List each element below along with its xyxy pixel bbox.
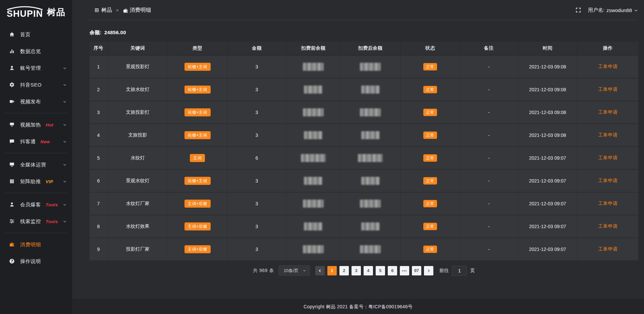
grid-icon [9,178,15,185]
cell-time: 2021-12-03 09:08 [518,101,578,123]
sidebar-divider [5,113,67,113]
page-size-select[interactable]: 10条/页 [279,265,310,276]
ticket-apply-link[interactable]: 工单申请 [598,178,618,183]
masked-balance-after [360,200,381,208]
cell-time: 2021-12-03 09:08 [518,124,578,146]
sidebar-item-tag: Tools [46,219,58,224]
cell-action: 工单申请 [577,124,638,146]
column-header: 时间 [518,42,578,55]
cell-index: 6 [90,170,108,192]
status-badge: 正常 [423,223,437,230]
cell-action: 工单申请 [577,215,638,238]
sidebar-nav: 首页数据总览账号管理抖音SEO视频发布视频加热Hot抖客通New全媒体运营矩阵助… [0,24,72,314]
goto-page-input[interactable] [452,266,467,276]
chevron-down-icon [63,100,67,104]
goto-label: 前往 [439,268,449,274]
status-badge: 正常 [423,63,437,70]
user-menu[interactable]: 用户名: zswodun88 [588,7,638,13]
user-icon [9,65,15,71]
chevron-down-icon [63,66,67,70]
sidebar-item-video-publish[interactable]: 视频发布 [0,93,72,110]
ticket-apply-link[interactable]: 工单申请 [598,132,618,138]
ticket-apply-link[interactable]: 工单申请 [598,223,618,229]
breadcrumb-item-shupin[interactable]: 树品 [94,7,112,14]
table-row: 2文旅水纹灯前缀+主词3正常-2021-12-03 09:08工单申请 [90,78,638,101]
type-badge: 前缀+主词 [184,131,211,139]
masked-balance-after [361,131,380,139]
table-row: 8水纹灯效果主词+后缀3正常-2021-12-03 09:07工单申请 [90,215,638,238]
sidebar-item-member-promotion[interactable]: 会员爆客Tools [0,196,72,213]
cell-remark: - [460,78,518,101]
sidebar-item-douketong[interactable]: 抖客通New [0,133,72,150]
column-header: 关键词 [108,42,168,55]
sidebar-item-data-overview[interactable]: 数据总览 [0,43,72,60]
masked-balance-after [360,63,381,71]
ticket-apply-link[interactable]: 工单申请 [598,87,618,92]
screen-icon [9,122,15,128]
page-button-3[interactable]: 3 [352,266,361,275]
chevron-down-icon [63,83,67,87]
cell-action: 工单申请 [577,170,638,192]
fullscreen-icon[interactable] [575,7,581,13]
sidebar-item-lead-monitoring[interactable]: 线索监控Tools [0,213,72,230]
cell-action: 工单申请 [577,238,638,260]
goto-suffix: 页 [470,268,475,274]
column-header: 扣费前余额 [286,42,340,55]
wallet-icon [9,242,15,248]
page-size-value: 10条/页 [284,268,299,274]
cell-type: 前缀+主词 [168,78,227,101]
table-row: 9投影灯厂家主词+后缀3正常-2021-12-03 09:07工单申请 [90,238,638,260]
cell-type: 主词+后缀 [168,193,227,215]
page-button-4[interactable]: 4 [364,266,373,275]
cell-balance-after [340,56,401,78]
masked-balance-before [303,108,324,116]
prev-page-button[interactable] [315,266,325,275]
cell-time: 2021-12-03 09:08 [518,78,578,101]
sidebar-item-all-media-operation[interactable]: 全媒体运营 [0,156,72,173]
page-button-6[interactable]: 6 [388,266,397,275]
page-button-97[interactable]: 97 [412,266,421,275]
cell-time: 2021-12-03 09:07 [518,238,578,260]
pagination: 共 969 条 10条/页 123456•••97 前往 页 [90,265,638,276]
chevron-down-icon [634,8,638,12]
sidebar-item-account-management[interactable]: 账号管理 [0,60,72,76]
page-button-5[interactable]: 5 [376,266,385,275]
page-button-1[interactable]: 1 [327,266,337,275]
column-header: 序号 [90,42,108,55]
status-badge: 正常 [423,246,437,253]
sidebar-item-consumption-details[interactable]: 消费明细 [0,236,72,253]
cell-amount: 3 [227,124,287,146]
cell-keyword: 景观投影灯 [108,56,168,78]
ticket-apply-link[interactable]: 工单申请 [598,109,618,115]
bar-chart-icon [9,48,15,54]
sidebar-item-video-heating[interactable]: 视频加热Hot [0,116,72,133]
topbar-right: 用户名: zswodun88 [575,7,638,13]
sidebar-item-home[interactable]: 首页 [0,26,72,43]
ticket-apply-link[interactable]: 工单申请 [598,246,618,252]
brand-logo: SHUPIN 树品 [0,0,72,24]
cell-status: 正常 [401,124,460,146]
sidebar-item-matrix-boost[interactable]: 矩阵助推VIP [0,173,72,190]
cell-status: 正常 [401,147,460,169]
cell-remark: - [460,124,518,146]
ticket-apply-link[interactable]: 工单申请 [598,155,618,160]
sidebar-divider [5,193,67,193]
next-page-button[interactable] [424,266,433,275]
column-header: 类型 [168,42,227,55]
ticket-apply-link[interactable]: 工单申请 [598,201,618,206]
breadcrumb-item-consumption-details[interactable]: 消费明细 [123,7,151,14]
sidebar-item-douyin-seo[interactable]: 抖音SEO [0,76,72,93]
type-badge: 主词 [190,154,205,162]
page-number-list: 123456•••97 [327,266,421,275]
sidebar-item-tag: Hot [46,122,53,127]
cell-action: 工单申请 [577,56,638,78]
page-button-2[interactable]: 2 [339,266,349,275]
sidebar-item-tag: Tools [46,202,58,207]
brand-name-cn: 树品 [47,6,66,18]
sidebar-item-tag: New [41,139,50,144]
column-header: 扣费后余额 [340,42,401,55]
more-pages-button[interactable]: ••• [400,266,409,275]
sidebar-item-label: 抖音SEO [20,82,42,88]
sidebar-item-operation-guide[interactable]: 操作说明 [0,253,72,270]
ticket-apply-link[interactable]: 工单申请 [598,64,618,69]
